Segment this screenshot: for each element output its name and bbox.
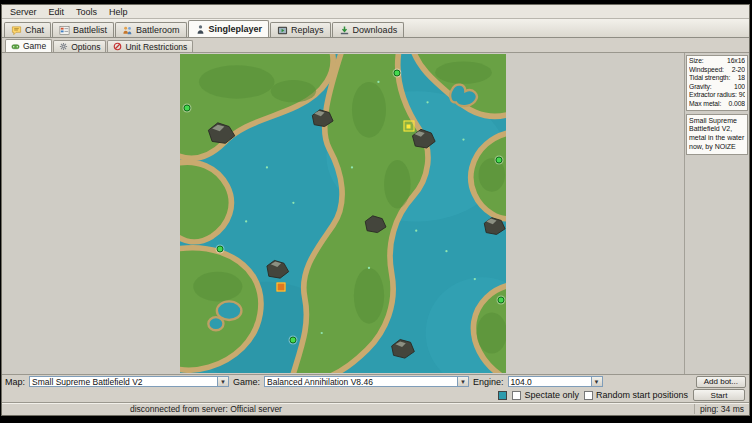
map-info-value: 100 bbox=[732, 83, 745, 92]
tab-chat[interactable]: Chat bbox=[4, 22, 51, 37]
tab-replays[interactable]: Replays bbox=[270, 22, 331, 37]
ping-status: ping: 34 ms bbox=[694, 404, 744, 414]
sub-tab-bar: GameOptionsUnit Restrictions bbox=[2, 38, 749, 53]
replays-icon bbox=[277, 25, 288, 36]
menu-server[interactable]: Server bbox=[4, 6, 43, 18]
map-info-value: 2-20 bbox=[730, 66, 745, 75]
unit-restrictions-icon bbox=[113, 42, 122, 51]
map-info-value: 16x16 bbox=[725, 57, 745, 66]
chevron-down-icon[interactable]: ▼ bbox=[217, 377, 228, 386]
game-label: Game: bbox=[233, 377, 260, 387]
map-preview[interactable] bbox=[180, 54, 506, 373]
content-area: Size:16x16Windspeed:2-20Tidal strength:1… bbox=[2, 53, 749, 374]
setup-bar: Map: Small Supreme Battlefield V2 ▼ Game… bbox=[2, 374, 749, 388]
random-start-option[interactable]: Random start positions bbox=[584, 390, 688, 400]
map-info-label: Tidal strength: bbox=[689, 74, 730, 83]
tab-label: Battlelist bbox=[73, 25, 107, 35]
start-position-marker[interactable] bbox=[495, 156, 502, 163]
menu-tools[interactable]: Tools bbox=[70, 6, 103, 18]
map-combobox[interactable]: Small Supreme Battlefield V2 ▼ bbox=[29, 376, 229, 387]
spectate-only-checkbox[interactable] bbox=[512, 391, 521, 400]
map-info-label: Windspeed: bbox=[689, 66, 724, 75]
menu-bar: ServerEditToolsHelp bbox=[2, 5, 749, 19]
add-bot-button[interactable]: Add bot... bbox=[696, 376, 746, 388]
engine-combobox-value: 104.0 bbox=[509, 377, 591, 387]
tab-label: Singleplayer bbox=[209, 24, 263, 34]
tab-downloads[interactable]: Downloads bbox=[332, 22, 405, 37]
map-info-row: Tidal strength:18 bbox=[689, 74, 745, 83]
map-info-row: Extractor radius:90 bbox=[689, 91, 745, 100]
bot-position-marker[interactable] bbox=[277, 282, 286, 291]
map-info-value: 90 bbox=[737, 91, 745, 100]
tab-label: Battleroom bbox=[136, 25, 180, 35]
subtab-options[interactable]: Options bbox=[53, 40, 106, 52]
options-icon bbox=[59, 42, 68, 51]
subtab-label: Options bbox=[71, 42, 100, 52]
game-combobox-value: Balanced Annihilation V8.46 bbox=[265, 377, 457, 387]
map-info-row: Windspeed:2-20 bbox=[689, 66, 745, 75]
tab-label: Downloads bbox=[353, 25, 398, 35]
map-info-value: 0.008 bbox=[726, 100, 745, 109]
map-info-label: Size: bbox=[689, 57, 704, 66]
map-canvas bbox=[2, 53, 685, 374]
start-position-marker[interactable] bbox=[394, 70, 401, 77]
chevron-down-icon[interactable]: ▼ bbox=[457, 377, 468, 386]
start-button[interactable]: Start bbox=[693, 389, 745, 401]
map-info-label: Max metal: bbox=[689, 100, 721, 109]
game-combobox[interactable]: Balanced Annihilation V8.46 ▼ bbox=[264, 376, 469, 387]
player-color-swatch[interactable] bbox=[498, 391, 507, 400]
selected-position-marker[interactable] bbox=[403, 121, 414, 132]
engine-combobox[interactable]: 104.0 ▼ bbox=[508, 376, 603, 387]
map-label: Map: bbox=[5, 377, 25, 387]
downloads-icon bbox=[339, 25, 350, 36]
map-info-label: Gravity: bbox=[689, 83, 712, 92]
status-bar: disconnected from server: Official serve… bbox=[2, 402, 749, 415]
spectate-only-option[interactable]: Spectate only bbox=[512, 390, 579, 400]
subtab-label: Unit Restrictions bbox=[125, 42, 187, 52]
map-info-row: Size:16x16 bbox=[689, 57, 745, 66]
start-options-bar: Spectate only Random start positions Sta… bbox=[2, 388, 749, 402]
menu-edit[interactable]: Edit bbox=[43, 6, 71, 18]
chevron-down-icon[interactable]: ▼ bbox=[591, 377, 602, 386]
map-info-label: Extractor radius: bbox=[689, 91, 737, 100]
map-info-row: Max metal:0.008 bbox=[689, 100, 745, 109]
connection-status: disconnected from server: Official serve… bbox=[130, 404, 282, 414]
subtab-unit-restrictions[interactable]: Unit Restrictions bbox=[107, 40, 193, 52]
tab-singleplayer[interactable]: Singleplayer bbox=[188, 20, 270, 37]
game-icon bbox=[11, 42, 20, 51]
map-info-value: 18 bbox=[736, 74, 745, 83]
map-preview-image bbox=[180, 54, 506, 373]
map-info-panel: Size:16x16Windspeed:2-20Tidal strength:1… bbox=[685, 53, 749, 374]
tab-label: Replays bbox=[291, 25, 324, 35]
battleroom-icon bbox=[122, 25, 133, 36]
map-combobox-value: Small Supreme Battlefield V2 bbox=[30, 377, 217, 387]
subtab-game[interactable]: Game bbox=[5, 39, 52, 52]
spectate-only-label: Spectate only bbox=[524, 390, 579, 400]
battlelist-icon bbox=[59, 25, 70, 36]
start-position-marker[interactable] bbox=[183, 104, 190, 111]
map-info-row: Gravity:100 bbox=[689, 83, 745, 92]
menu-help[interactable]: Help bbox=[103, 6, 134, 18]
tab-label: Chat bbox=[25, 25, 44, 35]
main-tab-bar: ChatBattlelistBattleroomSingleplayerRepl… bbox=[2, 19, 749, 38]
app-window: ServerEditToolsHelp ChatBattlelistBattle… bbox=[1, 4, 750, 416]
subtab-label: Game bbox=[23, 41, 46, 51]
random-start-checkbox[interactable] bbox=[584, 391, 593, 400]
map-info-box: Size:16x16Windspeed:2-20Tidal strength:1… bbox=[686, 55, 748, 111]
tab-battlelist[interactable]: Battlelist bbox=[52, 22, 114, 37]
start-position-marker[interactable] bbox=[290, 337, 297, 344]
engine-label: Engine: bbox=[473, 377, 504, 387]
singleplayer-icon bbox=[195, 24, 206, 35]
random-start-label: Random start positions bbox=[596, 390, 688, 400]
map-description: Small Supreme Battlefield V2, metal in t… bbox=[686, 114, 748, 155]
tab-battleroom[interactable]: Battleroom bbox=[115, 22, 187, 37]
chat-icon bbox=[11, 25, 22, 36]
start-position-marker[interactable] bbox=[216, 246, 223, 253]
start-position-marker[interactable] bbox=[498, 296, 505, 303]
